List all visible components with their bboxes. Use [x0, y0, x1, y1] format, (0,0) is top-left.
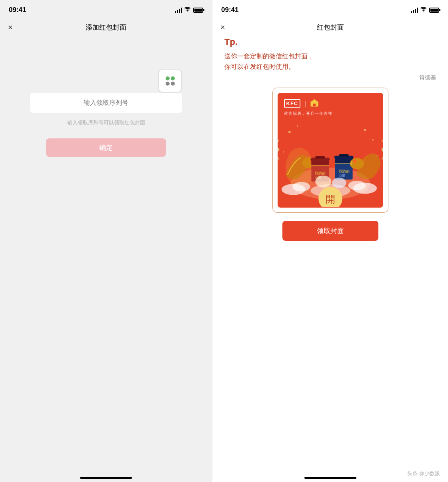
- svg-point-8: [282, 151, 284, 152]
- brand-desc: 送你一套定制的微信红包封面，你可以在发红包时使用。: [224, 51, 436, 72]
- left-close-button[interactable]: ×: [8, 23, 13, 31]
- kfc-slogan: 就客福居，开启一年吉祥: [284, 111, 332, 116]
- kfc-header: KFC | 就客福居，开启一年吉祥: [278, 93, 383, 120]
- kfc-logo: KFC: [284, 99, 301, 108]
- svg-point-30: [348, 181, 366, 190]
- battery-icon: [193, 8, 203, 13]
- wifi-icon: [184, 7, 191, 13]
- envelope-card: KFC | 就客福居，开启一年吉祥: [272, 88, 388, 213]
- confirm-button[interactable]: 确定: [46, 138, 166, 157]
- right-close-button[interactable]: ×: [220, 23, 225, 31]
- right-nav-title: 红包封面: [317, 23, 344, 32]
- serial-input[interactable]: [38, 99, 174, 106]
- right-status-bar: 09:41: [212, 0, 448, 18]
- svg-point-4: [288, 131, 290, 133]
- right-nav-bar: × 红包封面: [212, 18, 448, 37]
- wechat-avatar: [158, 69, 182, 93]
- right-home-indicator: [212, 477, 448, 482]
- svg-point-32: [315, 176, 331, 188]
- svg-rect-18: [315, 156, 325, 158]
- signal-icon: [175, 7, 182, 13]
- left-nav-bar: × 添加红包封面: [0, 18, 212, 37]
- left-status-bar: 09:41: [0, 0, 212, 18]
- svg-point-25: [350, 158, 364, 169]
- left-panel: 09:41 × 添加红包封面: [0, 0, 212, 482]
- claim-button[interactable]: 领取封面: [282, 221, 378, 241]
- svg-point-7: [372, 139, 374, 141]
- right-home-bar: [304, 477, 356, 479]
- watermark: 头条 @少数派: [407, 470, 440, 477]
- illustration-area: 我的的 心愿 我的的 心愿: [278, 120, 383, 208]
- brand-source: 肯德基: [224, 74, 436, 81]
- envelope-inner: KFC | 就客福居，开启一年吉祥: [278, 93, 383, 208]
- svg-rect-24: [339, 154, 348, 156]
- right-wifi-icon: [420, 7, 427, 13]
- serial-input-container: [30, 93, 182, 113]
- kfc-divider: |: [304, 100, 306, 107]
- left-nav-title: 添加红包封面: [86, 23, 126, 32]
- svg-text:開: 開: [326, 194, 335, 204]
- kfc-house-icon: [310, 98, 319, 108]
- right-time: 09:41: [221, 6, 238, 14]
- svg-text:我的的: 我的的: [315, 171, 326, 175]
- home-bar: [80, 477, 132, 479]
- svg-point-33: [332, 178, 346, 188]
- svg-marker-1: [310, 99, 319, 102]
- right-status-icons: [411, 7, 439, 13]
- svg-text:我的的: 我的的: [338, 169, 349, 173]
- right-signal-icon: [411, 7, 418, 13]
- svg-text:心愿: 心愿: [338, 174, 345, 177]
- svg-rect-2: [313, 104, 316, 106]
- left-status-icons: [175, 7, 203, 13]
- svg-point-5: [296, 125, 298, 127]
- input-hint: 输入领取序列号可以领取红包封面: [67, 119, 145, 126]
- svg-point-28: [292, 182, 310, 192]
- right-panel: 09:41 × 红包封面 Tp. 送你一套定制的微信红包封面，: [212, 0, 448, 482]
- svg-point-26: [353, 160, 356, 163]
- kfc-logo-row: KFC |: [284, 98, 319, 108]
- left-home-indicator: [0, 477, 212, 482]
- left-time: 09:41: [9, 6, 26, 14]
- right-battery-icon: [429, 8, 439, 13]
- right-content: Tp. 送你一套定制的微信红包封面，你可以在发红包时使用。 肯德基 KFC |: [212, 37, 448, 477]
- left-content: 输入领取序列号可以领取红包封面 确定: [0, 37, 212, 477]
- svg-point-6: [364, 129, 366, 131]
- brand-name: Tp.: [224, 37, 436, 47]
